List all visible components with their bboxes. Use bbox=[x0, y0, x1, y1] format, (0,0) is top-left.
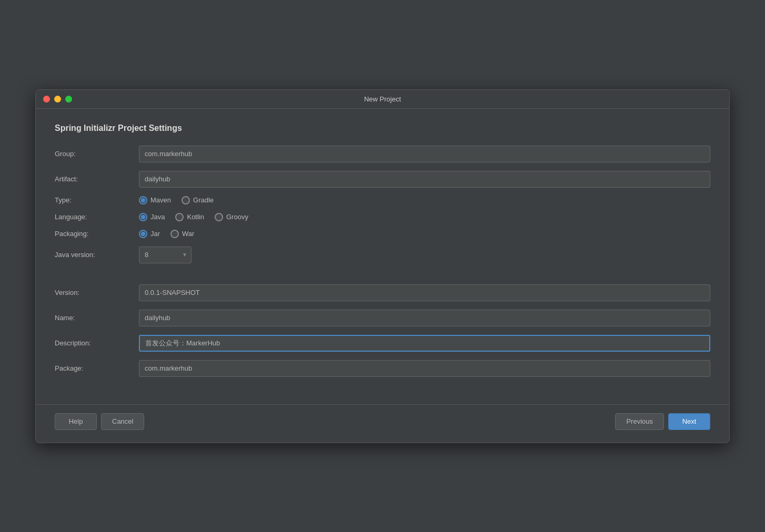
packaging-jar-label: Jar bbox=[150, 230, 160, 238]
package-row: Package: bbox=[55, 360, 710, 377]
type-gradle-option[interactable]: Gradle bbox=[182, 196, 214, 204]
description-input[interactable] bbox=[139, 335, 710, 352]
cancel-button[interactable]: Cancel bbox=[101, 413, 144, 430]
java-version-row: Java version: 8 11 17 ▼ bbox=[55, 247, 710, 263]
version-input[interactable] bbox=[139, 284, 710, 301]
language-kotlin-option[interactable]: Kotlin bbox=[175, 213, 204, 221]
language-kotlin-radio[interactable] bbox=[175, 213, 184, 221]
type-radio-group: Maven Gradle bbox=[139, 196, 214, 204]
name-label: Name: bbox=[55, 314, 139, 322]
type-row: Type: Maven Gradle bbox=[55, 196, 710, 204]
close-button[interactable] bbox=[43, 96, 50, 103]
packaging-war-label: War bbox=[182, 230, 194, 238]
name-row: Name: bbox=[55, 310, 710, 326]
java-version-select-wrapper: 8 11 17 ▼ bbox=[139, 247, 192, 263]
section-title: Spring Initializr Project Settings bbox=[55, 124, 710, 133]
description-label: Description: bbox=[55, 339, 139, 347]
packaging-jar-radio[interactable] bbox=[139, 230, 147, 238]
type-gradle-radio[interactable] bbox=[182, 196, 190, 204]
language-groovy-radio[interactable] bbox=[215, 213, 223, 221]
packaging-row: Packaging: Jar War bbox=[55, 230, 710, 238]
type-gradle-label: Gradle bbox=[193, 196, 214, 204]
packaging-war-option[interactable]: War bbox=[170, 230, 194, 238]
description-row: Description: bbox=[55, 335, 710, 352]
artifact-label: Artifact: bbox=[55, 175, 139, 183]
packaging-radio-group: Jar War bbox=[139, 230, 194, 238]
package-label: Package: bbox=[55, 364, 139, 372]
language-radio-group: Java Kotlin Groovy bbox=[139, 213, 248, 221]
group-label: Group: bbox=[55, 150, 139, 158]
packaging-jar-option[interactable]: Jar bbox=[139, 230, 160, 238]
java-version-label: Java version: bbox=[55, 251, 139, 259]
name-input[interactable] bbox=[139, 310, 710, 326]
artifact-input[interactable] bbox=[139, 171, 710, 188]
version-label: Version: bbox=[55, 289, 139, 296]
maximize-button[interactable] bbox=[65, 96, 72, 103]
group-row: Group: bbox=[55, 146, 710, 162]
language-java-radio[interactable] bbox=[139, 213, 147, 221]
type-maven-radio[interactable] bbox=[139, 196, 147, 204]
previous-button[interactable]: Previous bbox=[615, 413, 664, 430]
footer-left-buttons: Help Cancel bbox=[55, 413, 144, 430]
footer: Help Cancel Previous Next bbox=[36, 404, 729, 443]
minimize-button[interactable] bbox=[54, 96, 61, 103]
type-label: Type: bbox=[55, 196, 139, 204]
language-groovy-label: Groovy bbox=[226, 213, 248, 221]
java-version-select[interactable]: 8 11 17 bbox=[139, 247, 192, 263]
group-input[interactable] bbox=[139, 146, 710, 162]
language-row: Language: Java Kotlin Groovy bbox=[55, 213, 710, 221]
language-groovy-option[interactable]: Groovy bbox=[215, 213, 248, 221]
window-title: New Project bbox=[364, 95, 401, 103]
titlebar: New Project bbox=[36, 90, 729, 109]
new-project-window: New Project Spring Initializr Project Se… bbox=[35, 89, 730, 443]
language-label: Language: bbox=[55, 213, 139, 221]
artifact-row: Artifact: bbox=[55, 171, 710, 188]
next-button[interactable]: Next bbox=[668, 413, 710, 430]
footer-right-buttons: Previous Next bbox=[615, 413, 710, 430]
language-java-label: Java bbox=[150, 213, 165, 221]
version-row: Version: bbox=[55, 284, 710, 301]
window-controls bbox=[43, 96, 72, 103]
language-kotlin-label: Kotlin bbox=[187, 213, 204, 221]
package-input[interactable] bbox=[139, 360, 710, 377]
packaging-label: Packaging: bbox=[55, 230, 139, 238]
packaging-war-radio[interactable] bbox=[170, 230, 179, 238]
help-button[interactable]: Help bbox=[55, 413, 97, 430]
form-content: Spring Initializr Project Settings Group… bbox=[36, 109, 729, 400]
type-maven-label: Maven bbox=[150, 196, 171, 204]
type-maven-option[interactable]: Maven bbox=[139, 196, 171, 204]
language-java-option[interactable]: Java bbox=[139, 213, 165, 221]
